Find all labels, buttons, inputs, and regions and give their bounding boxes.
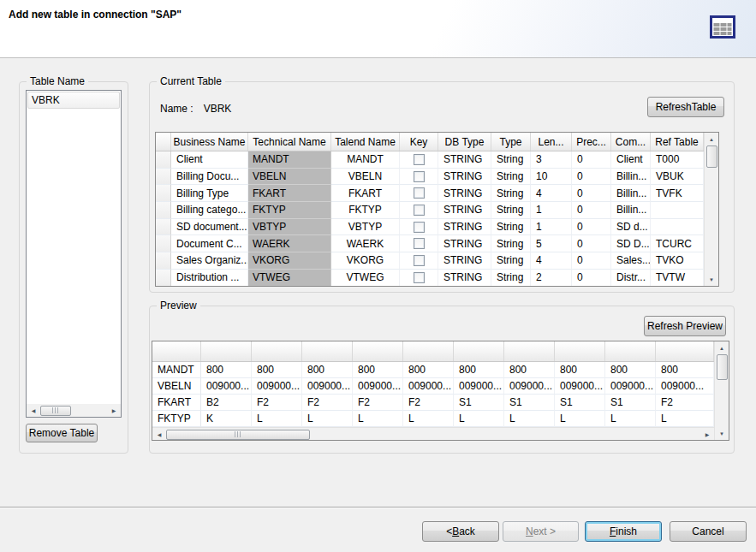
key-checkbox[interactable] [414,272,425,283]
column-header-type[interactable]: Type [491,133,531,151]
ref-table-cell[interactable]: TCURC [651,235,704,252]
scrollbar-thumb[interactable] [166,430,310,440]
row-selector[interactable] [156,169,171,186]
key-cell[interactable] [400,169,438,186]
db-type-cell[interactable]: STRING [438,252,491,270]
preview-column-header[interactable] [656,341,714,361]
key-cell[interactable] [400,270,438,286]
ref-table-cell[interactable] [651,202,704,219]
type-cell[interactable]: String [491,202,531,219]
technical-name-cell[interactable]: VBELN [248,169,331,186]
type-cell[interactable]: String [491,169,531,186]
preview-column-header[interactable] [252,341,302,361]
precision-cell[interactable]: 0 [572,151,611,169]
business-name-cell[interactable]: Document C... [171,235,248,252]
talend-name-cell[interactable]: WAERK [331,235,400,252]
key-cell[interactable] [400,202,438,219]
business-name-cell[interactable]: Distribution ... [171,270,248,286]
comment-cell[interactable]: SD d... [611,219,651,236]
talend-name-cell[interactable]: MANDT [331,151,400,169]
scroll-left-icon[interactable]: ◀ [27,404,40,417]
length-cell[interactable]: 5 [531,235,572,252]
length-cell[interactable]: 1 [531,202,572,219]
schema-row-vbeln[interactable]: Billing Docu...VBELNVBELNSTRINGString100… [156,169,704,186]
comment-cell[interactable]: Billin... [611,202,651,219]
schema-row-fkart[interactable]: Billing TypeFKARTFKARTSTRINGString40Bill… [156,185,704,202]
db-type-cell[interactable]: STRING [438,169,491,186]
key-cell[interactable] [400,235,438,252]
technical-name-cell[interactable]: VBTYP [248,219,331,236]
ref-table-cell[interactable]: VBUK [651,169,704,186]
length-cell[interactable]: 4 [531,252,572,270]
db-type-cell[interactable]: STRING [438,235,491,252]
row-selector[interactable] [156,235,171,252]
db-type-cell[interactable]: STRING [438,202,491,219]
schema-row-fktyp[interactable]: Billing catego...FKTYPFKTYPSTRINGString1… [156,202,704,219]
scroll-left-icon[interactable]: ◀ [152,428,166,440]
db-type-cell[interactable]: STRING [438,185,491,202]
next-button[interactable]: Next > [503,521,579,542]
business-name-cell[interactable]: Billing Docu... [171,169,248,186]
comment-cell[interactable]: Distr... [611,270,651,286]
talend-name-cell[interactable]: VBELN [331,169,400,186]
type-cell[interactable]: String [491,185,531,202]
row-selector[interactable] [156,270,171,286]
column-header-com[interactable]: Com... [611,133,651,151]
precision-cell[interactable]: 0 [572,169,611,186]
preview-table-hscrollbar[interactable]: ◀ ▶ [152,427,714,440]
technical-name-cell[interactable]: MANDT [248,151,331,169]
db-type-cell[interactable]: STRING [438,219,491,236]
comment-cell[interactable]: Client [611,151,651,169]
scroll-right-icon[interactable]: ▶ [107,404,121,417]
preview-column-header[interactable] [454,341,504,361]
schema-table-vscrollbar[interactable]: ▲ ▼ [704,133,718,286]
column-header-row-selector[interactable] [156,133,171,151]
column-header-technical-name[interactable]: Technical Name [248,133,331,151]
talend-name-cell[interactable]: FKTYP [331,202,400,219]
table-name-list[interactable]: VBRK ◀ ▶ [26,90,122,418]
talend-name-cell[interactable]: FKART [331,185,400,202]
column-header-talend-name[interactable]: Talend Name [331,133,400,151]
scroll-up-icon[interactable]: ▲ [715,341,729,354]
schema-row-vbtyp[interactable]: SD document...VBTYPVBTYPSTRINGString10SD… [156,219,704,236]
type-cell[interactable]: String [491,252,531,270]
comment-cell[interactable]: SD D... [611,235,651,252]
preview-column-header[interactable] [555,341,605,361]
ref-table-cell[interactable]: TVTW [651,270,704,286]
business-name-cell[interactable]: Billing catego... [171,202,248,219]
length-cell[interactable]: 10 [531,169,572,186]
preview-column-header[interactable] [152,341,201,361]
schema-row-vtweg[interactable]: Distribution ...VTWEGVTWEGSTRINGString20… [156,270,704,286]
schema-row-mandt[interactable]: ClientMANDTMANDTSTRINGString30ClientT000 [156,151,704,169]
talend-name-cell[interactable]: VTWEG [331,270,400,286]
column-header-len[interactable]: Len... [531,133,572,151]
scroll-up-icon[interactable]: ▲ [705,133,718,145]
scrollbar-thumb[interactable] [40,406,71,416]
preview-column-header[interactable] [403,341,454,361]
key-checkbox[interactable] [414,154,425,165]
business-name-cell[interactable]: Billing Type [171,185,248,202]
key-checkbox[interactable] [414,238,425,249]
precision-cell[interactable]: 0 [572,185,611,202]
talend-name-cell[interactable]: VBTYP [331,219,400,236]
key-cell[interactable] [400,252,438,270]
refresh-table-button[interactable]: RefreshTable [647,97,724,117]
type-cell[interactable]: String [491,151,531,169]
row-selector[interactable] [156,151,171,169]
row-selector[interactable] [156,185,171,202]
business-name-cell[interactable]: Client [171,151,248,169]
length-cell[interactable]: 1 [531,219,572,236]
row-selector[interactable] [156,252,171,270]
key-cell[interactable] [400,151,438,169]
column-header-ref-table[interactable]: Ref Table [651,133,704,151]
scrollbar-thumb[interactable] [706,145,717,168]
key-checkbox[interactable] [414,222,425,233]
schema-row-vkorg[interactable]: Sales Organiz...VKORGVKORGSTRINGString40… [156,252,704,270]
ref-table-cell[interactable]: TVKO [651,252,704,270]
row-selector[interactable] [156,219,171,236]
scroll-down-icon[interactable]: ▼ [705,273,718,286]
key-checkbox[interactable] [414,255,425,266]
column-header-prec[interactable]: Prec... [572,133,611,151]
comment-cell[interactable]: Sales... [611,252,651,270]
key-cell[interactable] [400,185,438,202]
